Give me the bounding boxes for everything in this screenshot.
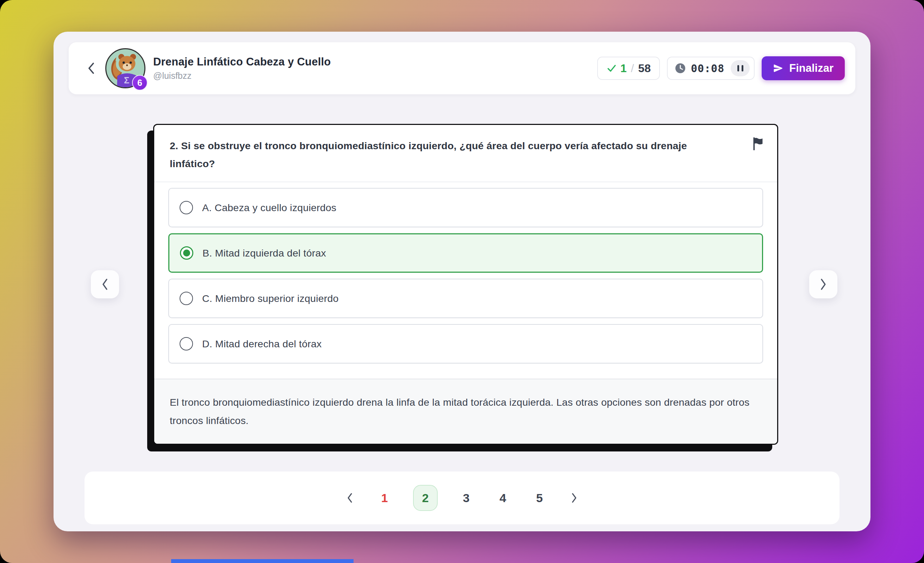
option-b-selected[interactable]: B. Mitad izquierda del tórax [168,233,763,273]
radio-selected-icon [180,246,194,260]
page-button-4[interactable]: 4 [495,491,511,505]
check-icon [606,63,617,73]
chevron-right-icon [570,491,579,504]
answered-progress-badge: 1 / 58 [597,57,660,80]
back-button[interactable] [83,56,100,81]
next-question-button[interactable] [809,270,837,298]
bottom-blue-strip [171,559,354,563]
quiz-title: Drenaje Linfático Cabeza y Cuello [153,55,597,68]
option-c[interactable]: C. Miembro superior izquierdo [168,279,763,318]
elapsed-time: 00:08 [691,62,724,75]
clock-icon [675,63,686,74]
radio-unselected-icon [180,337,193,350]
pause-button[interactable] [730,60,750,76]
avatar: Σ 6 [105,48,146,88]
finish-button[interactable]: Finalizar [762,56,845,80]
page-button-3[interactable]: 3 [458,491,474,505]
question-header: 2. Si se obstruye el tronco bronquiomedi… [154,125,777,182]
option-c-label: C. Miembro superior izquierdo [202,293,339,304]
flag-question-button[interactable] [750,135,766,153]
finish-button-label: Finalizar [789,62,834,75]
question-card: 2. Si se obstruye el tronco bronquiomedi… [153,124,778,445]
options-list: A. Cabeza y cuello izquierdos B. Mitad i… [154,182,777,379]
answered-count: 1 [621,62,627,75]
total-questions: 58 [638,62,651,75]
pagination-prev-button[interactable] [344,490,356,506]
chevron-left-icon [345,491,354,504]
option-d[interactable]: D. Mitad derecha del tórax [168,324,763,364]
pause-icon [737,65,739,72]
page-button-5[interactable]: 5 [531,491,548,505]
pagination-bar: 1 2 3 4 5 [84,472,840,524]
radio-unselected-icon [180,201,193,214]
progress-separator: / [631,62,634,75]
option-a-label: A. Cabeza y cuello izquierdos [202,202,336,214]
app-bar: Σ 6 Drenaje Linfático Cabeza y Cuello @l… [69,42,855,94]
question-text: 2. Si se obstruye el tronco bronquiomedi… [170,137,762,172]
chevron-left-icon [100,277,110,292]
radio-unselected-icon [180,292,193,305]
pagination-next-button[interactable] [568,490,580,506]
chevron-right-icon [818,277,828,292]
app-bar-actions: 1 / 58 00:08 [597,56,845,80]
option-a[interactable]: A. Cabeza y cuello izquierdos [168,188,763,227]
page-button-1[interactable]: 1 [376,491,393,505]
screen-background: Σ 6 Drenaje Linfático Cabeza y Cuello @l… [0,0,924,563]
timer-badge: 00:08 [667,57,754,80]
quiz-window: Σ 6 Drenaje Linfático Cabeza y Cuello @l… [54,31,870,532]
avatar-shirt-symbol: Σ [124,75,129,85]
explanation-panel: El tronco bronquiomediastínico izquierdo… [154,379,777,444]
quiz-titles: Drenaje Linfático Cabeza y Cuello @luisf… [153,55,597,81]
flag-icon [752,137,765,150]
previous-question-button[interactable] [91,270,119,298]
level-badge: 6 [132,75,147,90]
explanation-text: El tronco bronquiomediastínico izquierdo… [170,394,762,430]
chevron-left-icon [86,60,96,76]
option-d-label: D. Mitad derecha del tórax [202,338,321,350]
option-b-label: B. Mitad izquierda del tórax [202,247,326,259]
quiz-author-username: @luisfbzz [153,71,597,81]
send-icon [773,63,783,73]
page-button-2-active[interactable]: 2 [413,485,438,511]
